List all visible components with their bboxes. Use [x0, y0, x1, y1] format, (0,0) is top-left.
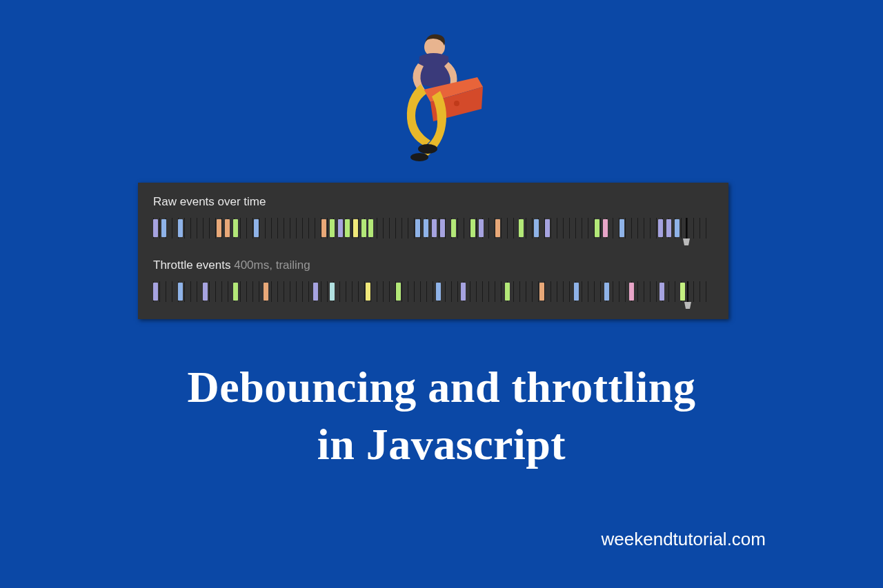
event-bar: [675, 219, 679, 237]
raw-events-label: Raw events over time: [153, 195, 713, 209]
playhead-marker: [683, 218, 687, 241]
raw-events-timeline: [153, 216, 713, 241]
event-bar: [345, 219, 350, 237]
event-bar: [659, 283, 664, 301]
page-title: Debouncing and throttling in Javascript: [0, 358, 883, 473]
event-bar: [470, 219, 475, 237]
event-bar: [330, 219, 335, 237]
event-bar: [440, 219, 445, 237]
event-bar: [330, 283, 335, 301]
event-bar: [366, 283, 370, 301]
throttle-events-label-text: Throttle events: [153, 258, 230, 272]
event-bar: [178, 219, 183, 237]
event-bar: [595, 219, 599, 237]
svg-rect-5: [687, 281, 688, 302]
heading-line-2: in Javascript: [0, 416, 883, 473]
event-bar: [254, 219, 259, 237]
event-bar: [368, 219, 373, 237]
event-bar: [321, 219, 326, 237]
svg-point-1: [454, 101, 459, 106]
event-bar: [203, 283, 208, 301]
event-bar: [539, 283, 544, 301]
event-bar: [495, 219, 500, 237]
event-bar: [505, 283, 510, 301]
event-bar: [313, 283, 318, 301]
event-bar: [451, 219, 456, 237]
throttle-events-timeline: [153, 279, 713, 304]
event-bar: [161, 219, 166, 237]
event-bar: [353, 219, 358, 237]
event-bar: [432, 219, 437, 237]
event-bar: [479, 219, 484, 237]
event-bar: [396, 283, 401, 301]
event-bar: [604, 283, 609, 301]
event-bar: [424, 219, 428, 237]
event-bar: [153, 283, 158, 301]
event-bar: [629, 283, 634, 301]
event-bar: [519, 219, 524, 237]
event-bar: [534, 219, 539, 237]
event-bar: [225, 219, 230, 237]
event-bar: [619, 219, 624, 237]
event-bar: [436, 283, 441, 301]
event-bar: [217, 219, 221, 237]
event-bar: [461, 283, 466, 301]
event-bar: [361, 219, 366, 237]
svg-rect-4: [686, 218, 687, 239]
event-bar: [264, 283, 268, 301]
events-panel: Raw events over time Throttle events 400…: [138, 183, 728, 319]
event-bar: [153, 219, 158, 237]
event-bar: [338, 219, 343, 237]
event-bar: [666, 219, 671, 237]
hero-illustration: [379, 28, 504, 165]
footer-credit: weekendtutorial.com: [602, 529, 766, 550]
throttle-events-sublabel: 400ms, trailing: [234, 258, 310, 272]
event-bar: [545, 219, 550, 237]
throttle-events-label: Throttle events 400ms, trailing: [153, 258, 713, 272]
event-bar: [233, 219, 238, 237]
svg-point-2: [418, 144, 437, 154]
heading-line-1: Debouncing and throttling: [0, 358, 883, 416]
event-bar: [658, 219, 663, 237]
event-bar: [178, 283, 183, 301]
event-bar: [603, 219, 608, 237]
svg-point-3: [410, 153, 428, 161]
event-bar: [415, 219, 420, 237]
event-bar: [574, 283, 579, 301]
playhead-marker: [684, 281, 688, 305]
raw-events-label-text: Raw events over time: [153, 195, 266, 208]
event-bar: [233, 283, 238, 301]
